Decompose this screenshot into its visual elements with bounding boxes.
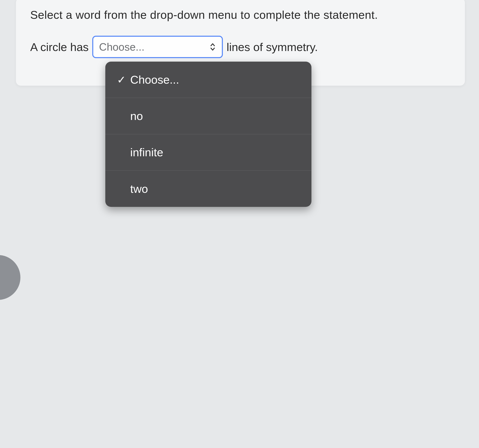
menu-item-infinite[interactable]: infinite (105, 134, 312, 171)
select-value: Choose... (99, 41, 209, 53)
menu-label: no (129, 109, 143, 123)
menu-item-choose[interactable]: ✓ Choose... (105, 62, 312, 98)
dropdown-menu: ✓ Choose... no infinite two (105, 62, 312, 207)
menu-label: infinite (129, 146, 163, 159)
answer-select[interactable]: Choose... (92, 36, 223, 58)
menu-item-no[interactable]: no (105, 98, 312, 134)
chevron-up-down-icon (209, 42, 216, 52)
statement-row: A circle has Choose... lines of symmetry… (30, 36, 451, 58)
check-icon: ✓ (114, 74, 129, 86)
statement-after: lines of symmetry. (226, 40, 318, 54)
menu-item-two[interactable]: two (105, 171, 312, 207)
instruction-text: Select a word from the drop-down menu to… (30, 8, 451, 21)
avatar (0, 255, 20, 300)
menu-label: Choose... (129, 73, 179, 86)
menu-label: two (129, 182, 148, 195)
statement-before: A circle has (30, 40, 89, 54)
